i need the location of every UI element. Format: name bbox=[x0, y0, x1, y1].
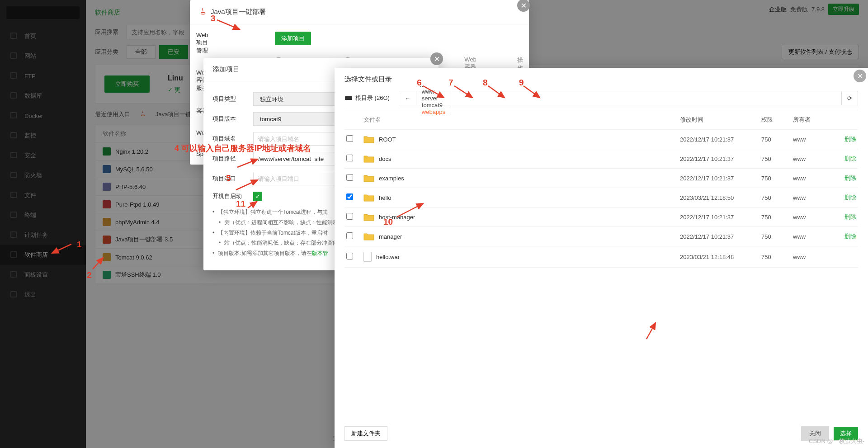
type-label: 项目类型 bbox=[212, 95, 253, 103]
port-label: 项目端口 bbox=[212, 174, 253, 183]
file-row[interactable]: host-manager2022/12/17 10:21:37750www删除 bbox=[344, 207, 858, 227]
folder-icon bbox=[363, 232, 374, 241]
modal1-title: Java项目一键部署 bbox=[211, 8, 266, 16]
modal2-title: 添加项目 bbox=[212, 65, 240, 74]
back-button[interactable]: ← bbox=[399, 91, 416, 105]
modal1-tab[interactable]: Web项目管理 bbox=[190, 24, 216, 62]
breadcrumb-item[interactable]: webapps bbox=[416, 108, 451, 115]
file-row[interactable]: examples2022/12/17 10:21:37750www删除 bbox=[344, 169, 858, 188]
file-row[interactable]: hello2023/03/21 12:18:50750www删除 bbox=[344, 188, 858, 207]
path-label: 项目路径 bbox=[212, 155, 253, 163]
folder-icon bbox=[363, 135, 374, 143]
file-row[interactable]: ROOT2022/12/17 10:21:37750www删除 bbox=[344, 130, 858, 149]
row-checkbox[interactable] bbox=[346, 155, 353, 161]
folder-icon bbox=[363, 213, 374, 221]
autostart-label: 开机自启动 bbox=[212, 192, 253, 200]
watermark: CSDN @一枚萤火虫- bbox=[809, 437, 864, 445]
folder-icon bbox=[363, 155, 374, 163]
breadcrumb-item[interactable]: www bbox=[416, 88, 451, 95]
folder-icon bbox=[363, 193, 374, 202]
breadcrumb-item[interactable]: server bbox=[416, 95, 451, 102]
delete-link[interactable]: 删除 bbox=[844, 213, 856, 220]
col-filename: 文件名 bbox=[363, 116, 680, 124]
add-project-button[interactable]: 添加项目 bbox=[275, 32, 311, 45]
refresh-icon[interactable]: ⟳ bbox=[841, 91, 858, 105]
delete-link[interactable]: 删除 bbox=[844, 194, 856, 201]
new-folder-button[interactable]: 新建文件夹 bbox=[344, 426, 387, 441]
version-label: 项目版本 bbox=[212, 115, 253, 123]
col-mtime: 修改时间 bbox=[680, 116, 761, 124]
close-icon[interactable]: ✕ bbox=[854, 70, 866, 82]
breadcrumb-item[interactable]: ... bbox=[416, 81, 451, 88]
file-row[interactable]: docs2022/12/17 10:21:37750www删除 bbox=[344, 149, 858, 169]
file-row[interactable]: hello.war2023/03/21 12:18:48750www bbox=[344, 246, 858, 268]
modal3-title: 选择文件或目录 bbox=[335, 68, 868, 91]
domain-label: 项目域名 bbox=[212, 135, 253, 143]
delete-link[interactable]: 删除 bbox=[844, 155, 856, 162]
disk-icon bbox=[344, 94, 353, 102]
delete-link[interactable]: 删除 bbox=[844, 233, 856, 240]
breadcrumb: ← ...wwwservertomcat9webapps ⟳ bbox=[399, 91, 858, 105]
folder-icon bbox=[363, 174, 374, 182]
java-icon bbox=[199, 7, 207, 17]
file-icon bbox=[363, 252, 372, 262]
row-checkbox[interactable] bbox=[346, 253, 353, 259]
row-checkbox[interactable] bbox=[346, 174, 353, 181]
file-picker-modal: ✕ 选择文件或目录 根目录 (26G) ← ...wwwservertomcat… bbox=[335, 68, 868, 448]
file-row[interactable]: manager2022/12/17 10:21:37750www删除 bbox=[344, 227, 858, 246]
row-checkbox[interactable] bbox=[346, 213, 353, 220]
autostart-checkbox[interactable]: ✓ bbox=[253, 192, 262, 201]
close-icon[interactable]: ✕ bbox=[430, 52, 443, 65]
delete-link[interactable]: 删除 bbox=[844, 174, 856, 181]
breadcrumb-item[interactable]: tomcat9 bbox=[416, 102, 451, 108]
delete-link[interactable]: 删除 bbox=[844, 136, 856, 142]
svg-rect-14 bbox=[345, 96, 352, 100]
root-label: 根目录 (26G) bbox=[344, 94, 390, 102]
row-checkbox[interactable] bbox=[346, 135, 353, 142]
col-owner: 所有者 bbox=[793, 116, 829, 124]
col-perm: 权限 bbox=[761, 116, 793, 124]
row-checkbox[interactable] bbox=[346, 232, 353, 239]
row-checkbox[interactable] bbox=[346, 193, 353, 200]
